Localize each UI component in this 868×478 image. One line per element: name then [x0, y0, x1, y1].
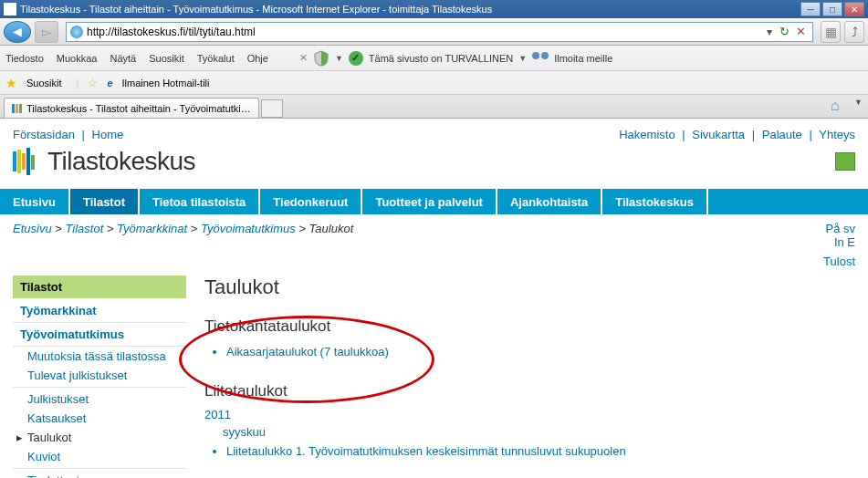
close-x-icon[interactable]: ✕	[299, 52, 308, 64]
svg-rect-2	[19, 104, 22, 113]
stop-icon[interactable]: ✕	[792, 24, 809, 40]
sidebar-item-tyomarkkinat[interactable]: Työmarkkinat	[13, 299, 186, 323]
globe-icon	[70, 26, 83, 38]
link-forstasidan[interactable]: Förstasidan	[13, 128, 75, 141]
breadcrumb: Etusivu > Tilastot > Työmarkkinat > Työv…	[13, 222, 353, 249]
crumb-current: Taulukot	[309, 222, 354, 235]
svg-rect-6	[26, 148, 30, 175]
language-links: På sv In E	[825, 222, 855, 249]
print-link[interactable]: Tulost	[0, 253, 868, 270]
menu-help[interactable]: Ohje	[247, 53, 268, 64]
minimize-button[interactable]: ─	[800, 2, 821, 16]
menu-favorites[interactable]: Suosikit	[149, 53, 184, 64]
dropdown-icon[interactable]: ▾	[767, 26, 772, 38]
top-links-row: Förstasidan | Home Hakemisto | Sivukartt…	[0, 119, 868, 141]
link-home[interactable]: Home	[92, 128, 124, 141]
favorites-bar: ★ Suosikit | ☆ e Ilmainen Hotmail-tili	[0, 71, 868, 95]
link-palaute[interactable]: Palaute	[762, 128, 802, 141]
nav-tilastokeskus[interactable]: Tilastokeskus	[602, 189, 708, 214]
sidebar-sub-taulukot[interactable]: Taulukot	[13, 428, 186, 447]
shield-icon	[313, 50, 329, 67]
home-icon[interactable]: ⌂	[831, 98, 847, 114]
crumb-tyomarkkinat[interactable]: Työmarkkinat	[117, 222, 187, 235]
chevron-down-icon[interactable]: ▼	[518, 54, 527, 63]
nav-tiedonkeruut[interactable]: Tiedonkeruut	[260, 189, 362, 214]
hotmail-link[interactable]: Ilmainen Hotmail-tili	[122, 78, 210, 88]
sidebar: Tilastot Työmarkkinat Työvoimatutkimus M…	[13, 275, 186, 478]
link-hakemisto[interactable]: Hakemisto	[619, 128, 675, 141]
chevron-down-icon[interactable]: ▼	[854, 98, 863, 114]
svg-rect-1	[16, 104, 18, 113]
star-icon[interactable]: ★	[5, 76, 17, 90]
refresh-icon[interactable]: ↻	[776, 24, 792, 40]
main-nav: Etusivu Tilastot Tietoa tilastoista Tied…	[0, 189, 868, 214]
sidebar-sub-muutoksia[interactable]: Muutoksia tässä tilastossa	[13, 347, 186, 366]
star-add-icon[interactable]: ☆	[88, 77, 98, 89]
ie-icon: e	[107, 78, 112, 88]
menu-bar: Tiedosto Muokkaa Näytä Suosikit Työkalut…	[0, 46, 868, 71]
favorites-label[interactable]: Suosikit	[26, 78, 62, 88]
main-content: Taulukot Tietokantataulukot Aikasarjatau…	[204, 275, 855, 478]
forward-button[interactable]: ▻	[35, 21, 58, 43]
new-tab-button[interactable]	[261, 99, 283, 118]
sidebar-sub-tiedotteet[interactable]: Tiedotteet	[13, 471, 186, 478]
link-sivukartta[interactable]: Sivukartta	[692, 128, 745, 141]
brand-row: Tilastokeskus	[0, 141, 868, 189]
menu-file[interactable]: Tiedosto	[5, 53, 44, 64]
sidebar-sub-kuviot[interactable]: Kuviot	[13, 447, 186, 466]
site-logo	[13, 148, 40, 175]
nav-tilastot[interactable]: Tilastot	[70, 189, 140, 214]
crumb-tilastot[interactable]: Tilastot	[65, 222, 103, 235]
nav-tietoa[interactable]: Tietoa tilastoista	[140, 189, 260, 214]
nav-ajankohtaista[interactable]: Ajankohtaista	[497, 189, 602, 214]
svg-rect-3	[13, 151, 16, 171]
lang-sv[interactable]: På sv	[825, 222, 855, 235]
link-liitetaulukko1[interactable]: Liitetaulukko 1. Työvoimatutkimuksen kes…	[226, 444, 626, 458]
crumb-tyovoimatutkimus[interactable]: Työvoimatutkimus	[201, 222, 296, 235]
tab-title: Tilastokeskus - Tilastot aiheittain - Ty…	[26, 103, 251, 114]
back-button[interactable]: ◄	[4, 21, 31, 43]
page-title: Taulukot	[204, 275, 855, 299]
menu-view[interactable]: Näytä	[110, 53, 136, 64]
url-input[interactable]	[87, 26, 767, 38]
nav-tuotteet[interactable]: Tuotteet ja palvelut	[362, 189, 497, 214]
tab-bar: Tilastokeskus - Tilastot aiheittain - Ty…	[0, 95, 868, 119]
search-button[interactable]: ⤴	[844, 21, 864, 43]
sidebar-item-tyovoimatutkimus[interactable]: Työvoimatutkimus	[13, 323, 186, 347]
sidebar-sub-tulevat[interactable]: Tulevat julkistukset	[13, 366, 186, 385]
crumb-etusivu[interactable]: Etusivu	[13, 222, 52, 235]
svg-rect-0	[12, 104, 15, 113]
security-status: Tämä sivusto on TURVALLINEN	[369, 53, 513, 64]
svg-rect-7	[31, 155, 35, 170]
lang-en[interactable]: In E	[825, 235, 855, 249]
svg-rect-5	[22, 153, 26, 170]
sidebar-sub-julkistukset[interactable]: Julkistukset	[13, 390, 186, 409]
heading-tietokantataulukot: Tietokantataulukot	[204, 317, 855, 336]
tab-favicon	[12, 103, 23, 114]
site-name: Tilastokeskus	[47, 147, 195, 176]
app-icon	[4, 3, 16, 16]
svg-rect-4	[17, 150, 21, 173]
window-title: Tilastokeskus - Tilastot aiheittain - Ty…	[20, 4, 492, 15]
month-syyskuu[interactable]: syyskuu	[223, 425, 855, 439]
check-icon: ✓	[349, 51, 363, 66]
sidebar-sub-katsaukset[interactable]: Katsaukset	[13, 409, 186, 428]
address-bar[interactable]: ▾ ↻ ✕	[66, 22, 813, 42]
sidebar-header: Tilastot	[13, 275, 186, 299]
link-yhteys[interactable]: Yhteys	[819, 128, 855, 141]
search-go-button[interactable]	[835, 152, 855, 171]
menu-tools[interactable]: Työkalut	[197, 53, 235, 64]
compat-button[interactable]: ▦	[821, 21, 841, 43]
nav-toolbar: ◄ ▻ ▾ ↻ ✕ ▦ ⤴	[0, 18, 868, 46]
link-aikasarjataulukot[interactable]: Aikasarjataulukot (7 taulukkoa)	[226, 345, 389, 358]
breadcrumb-row: Etusivu > Tilastot > Työmarkkinat > Työv…	[0, 214, 868, 253]
nav-etusivu[interactable]: Etusivu	[0, 189, 70, 214]
maximize-button[interactable]: □	[822, 2, 842, 16]
browser-tab[interactable]: Tilastokeskus - Tilastot aiheittain - Ty…	[4, 98, 259, 118]
heading-liitetaulukot: Liitetaulukot	[204, 382, 855, 400]
year-2011[interactable]: 2011	[204, 408, 855, 421]
close-button[interactable]: ✕	[844, 2, 864, 16]
chevron-down-icon[interactable]: ▼	[335, 54, 343, 63]
menu-edit[interactable]: Muokkaa	[57, 53, 98, 64]
report-link[interactable]: Ilmoita meille	[554, 53, 612, 64]
